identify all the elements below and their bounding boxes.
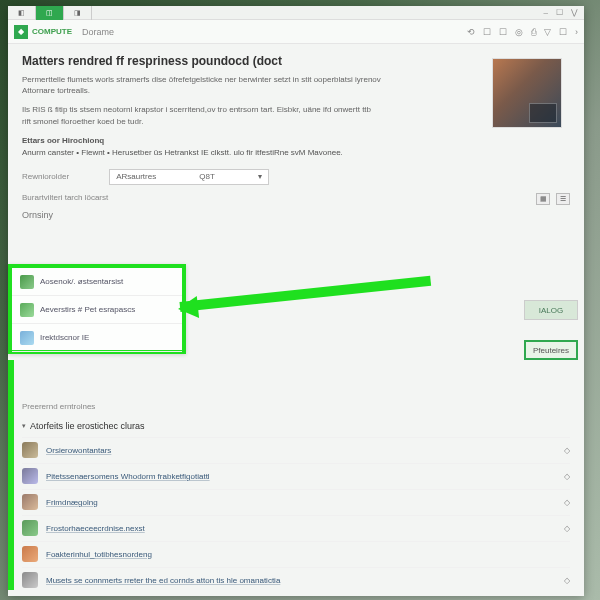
highlight-callout: Aosenok/. østsentarsist Aeverstirs # Pet… [8, 264, 186, 354]
box2-icon[interactable]: ☐ [499, 27, 507, 37]
check-icon[interactable]: ◇ [564, 498, 570, 507]
item-icon [22, 572, 38, 588]
title-tab-strip: ◧ ◫ ◨ – ☐ ⋁ [8, 6, 584, 20]
box3-icon[interactable]: ☐ [559, 27, 567, 37]
chevron-down-icon: ▾ [258, 172, 262, 181]
hl-label: Aosenok/. østsentarsist [40, 277, 123, 286]
check-icon[interactable]: ◇ [564, 524, 570, 533]
field-label: Rewniorolder [22, 172, 69, 181]
highlight-item[interactable]: Aeverstirs # Pet esrapascs [12, 296, 182, 324]
list-item[interactable]: Pitetssenaersomens Whodorm frabketfigoti… [22, 463, 570, 489]
item-label: Frostorhaeceecrdnise.nexst [46, 524, 145, 533]
hl-icon [20, 275, 34, 289]
next-icon[interactable]: › [575, 27, 578, 37]
item-list: Orsierowontantars◇ Pitetssenaersomens Wh… [22, 437, 570, 593]
list-item[interactable]: Musets se connmerts rreter the ed cornds… [22, 567, 570, 593]
brand-icon: ◆ [14, 25, 28, 39]
item-icon [22, 442, 38, 458]
list-item[interactable]: Orsierowontantars◇ [22, 437, 570, 463]
toolbar-actions: ⟲ ☐ ☐ ◎ ⎙ ▽ ☐ › [467, 27, 578, 37]
list-item[interactable]: Frostorhaeceecrdnise.nexst◇ [22, 515, 570, 541]
meta-title: Ettars oor Hirochionq [22, 135, 570, 147]
item-icon [22, 520, 38, 536]
minimize-button[interactable]: – [544, 8, 548, 17]
hl-icon [20, 331, 34, 345]
target-icon[interactable]: ◎ [515, 27, 523, 37]
box1-icon[interactable]: ☐ [483, 27, 491, 37]
dropdown-value: Q8T [199, 172, 215, 181]
description-2: Ils RIS ß fitip tis stsem neotornl kraps… [22, 104, 382, 126]
item-label: Pitetssenaersomens Whodorm frabketfigoti… [46, 472, 210, 481]
print-icon[interactable]: ⎙ [531, 27, 536, 37]
window-controls: – ☐ ⋁ [544, 6, 584, 19]
check-icon[interactable]: ◇ [564, 446, 570, 455]
item-label: Foakterinhul_totibhesnordeng [46, 550, 152, 559]
category-header: Ornsiny [22, 210, 570, 220]
page-title: Matters rendred ff respriness poundocd (… [22, 54, 570, 68]
lower-subsection: Preerernd erntrolnes [22, 402, 570, 411]
list-view-icon[interactable]: ☰ [556, 193, 570, 205]
item-label: Orsierowontantars [46, 446, 111, 455]
close-button[interactable]: ⋁ [571, 8, 578, 17]
list-item[interactable]: Foakterinhul_totibhesnordeng [22, 541, 570, 567]
brand-text: COMPUTE [32, 27, 72, 36]
breadcrumb[interactable]: Dorame [82, 27, 114, 37]
hero-thumbnail[interactable] [492, 58, 562, 128]
hl-label: Aeverstirs # Pet esrapascs [40, 305, 135, 314]
item-label: Frimdnægolng [46, 498, 98, 507]
filter-icon[interactable]: ▽ [544, 27, 551, 37]
dialog-button[interactable]: IALOG [524, 300, 578, 320]
check-icon[interactable]: ◇ [564, 472, 570, 481]
item-icon [22, 546, 38, 562]
expand-header[interactable]: Atorfeits lie erostichec cluras [22, 421, 570, 431]
check-icon[interactable]: ◇ [564, 576, 570, 585]
section-subtitle: Burartvilteri tarch löcarst ▦ ☰ [22, 193, 570, 202]
features-button[interactable]: Pfeuteires [524, 340, 578, 360]
hl-icon [20, 303, 34, 317]
highlight-strip [8, 360, 14, 590]
list-item[interactable]: Frimdnægolng◇ [22, 489, 570, 515]
maximize-button[interactable]: ☐ [556, 8, 563, 17]
description-1: Permerttelle flumets worls stramerfs dis… [22, 74, 382, 96]
tab-2[interactable]: ◨ [64, 6, 92, 20]
dropdown-label: ARsaurtres [116, 172, 156, 181]
annotation-arrow [180, 302, 432, 312]
brand[interactable]: ◆ COMPUTE [14, 25, 72, 39]
tab-1[interactable]: ◫ [36, 6, 64, 20]
item-icon [22, 468, 38, 484]
toolbar: ◆ COMPUTE Dorame ⟲ ☐ ☐ ◎ ⎙ ▽ ☐ › [8, 20, 584, 44]
refresh-icon[interactable]: ⟲ [467, 27, 475, 37]
hl-label: Irektdscnor IE [40, 333, 89, 342]
dropdown-field[interactable]: ARsaurtres Q8T ▾ [109, 169, 269, 185]
highlight-item[interactable]: Aosenok/. østsentarsist [12, 268, 182, 296]
item-icon [22, 494, 38, 510]
highlight-item[interactable]: Irektdscnor IE [12, 324, 182, 352]
grid-view-icon[interactable]: ▦ [536, 193, 550, 205]
item-label: Musets se connmerts rreter the ed cornds… [46, 576, 280, 585]
meta-line: Anurm canster • Flewnt • Herusetber üs H… [22, 147, 570, 159]
tab-0[interactable]: ◧ [8, 6, 36, 20]
